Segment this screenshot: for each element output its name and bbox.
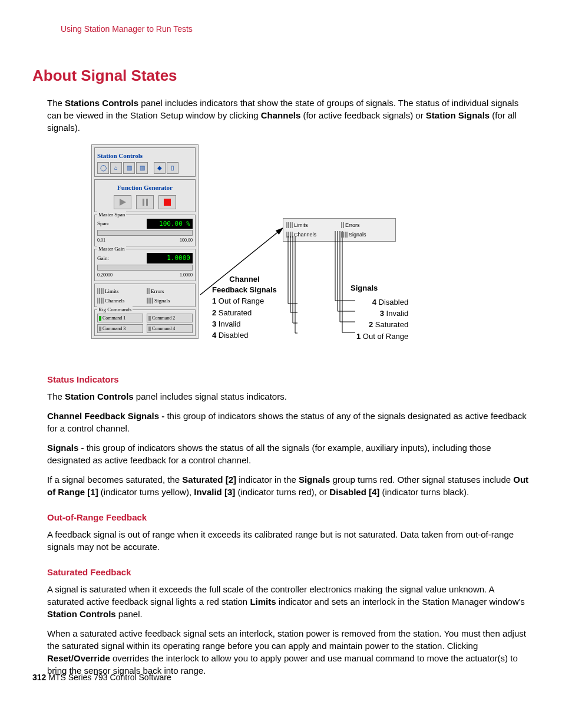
out-of-range-head: Out-of-Range Feedback [47,511,530,523]
pause-button[interactable] [136,195,154,209]
figure-station-controls: Station Controls ◯ ⌂ ▥ ▥ ◆ ▯ Function Ge… [91,144,530,357]
signals-head: Signals [351,283,378,294]
popup-errors: Errors [341,222,392,229]
gain-label: Gain: [97,255,109,262]
breadcrumb: Using Station Manager to Run Tests [61,24,530,35]
rig-commands-label: Rig Commands [97,306,133,314]
si-p2: Channel Feedback Signals - this group of… [47,410,530,434]
signals-callouts: 4 Disabled 3 Invalid 2 Saturated 1 Out o… [356,297,408,342]
gain-value[interactable]: 1.0000 [147,253,193,263]
signals-indicator: Signals [147,297,193,305]
popup-channels: Channels [286,231,338,239]
sf-p2: When a saturated active feedback signal … [47,627,530,677]
gain-slider[interactable] [97,265,193,271]
span-value[interactable]: 100.00 % [147,219,193,229]
sf-p1: A signal is saturated when it exceeds th… [47,583,530,620]
master-gain-label: Master Gain [97,245,126,253]
command-4-button[interactable]: Command 4 [147,324,193,333]
popup-signals: Signals [341,231,392,239]
command-1-button[interactable]: Command 1 [97,314,143,322]
toolbar-btn-4[interactable]: ▥ [136,162,148,174]
errors-indicator: Errors [147,288,193,295]
status-indicators-head: Status Indicators [47,373,530,386]
channel-feedback-callouts: Channel Feedback Signals 1 1 Out of Rang… [212,274,277,341]
saturated-feedback-head: Saturated Feedback [47,566,530,578]
si-p4: If a signal becomes saturated, the Satur… [47,473,530,498]
page-title: About Signal States [32,65,530,86]
command-3-button[interactable]: Command 3 [97,324,143,333]
indicator-popup: Limits Errors Channels Signals [283,218,396,242]
page-footer: 312 MTS Series 793 Control Software [32,672,171,684]
function-generator-title: Function Generator [97,183,193,192]
limits-indicator: Limits [97,288,143,295]
stop-button[interactable] [158,195,176,209]
command-2-button[interactable]: Command 2 [147,314,193,322]
si-p1: The Station Controls panel includes sign… [47,390,530,403]
toolbar-btn-2[interactable]: ⌂ [110,162,122,174]
oor-p: A feedback signal is out of range when i… [47,528,530,553]
intro-paragraph: The Stations Controls panel includes ind… [47,97,530,134]
toolbar-btn-3[interactable]: ▥ [123,162,135,174]
play-button[interactable] [114,195,131,209]
si-p3: Signals - this group of indicators shows… [47,442,530,466]
station-controls-panel: Station Controls ◯ ⌂ ▥ ▥ ◆ ▯ Function Ge… [91,144,199,340]
toolbar-btn-6[interactable]: ▯ [167,162,178,174]
channels-indicator: Channels [97,297,143,305]
panel-title: Station Controls [97,151,193,160]
span-label: Span: [97,220,110,228]
span-slider[interactable] [97,230,193,236]
master-span-label: Master Span [97,211,126,219]
popup-limits: Limits [286,222,338,229]
toolbar-btn-5[interactable]: ◆ [154,162,166,174]
toolbar-btn-1[interactable]: ◯ [97,162,109,174]
